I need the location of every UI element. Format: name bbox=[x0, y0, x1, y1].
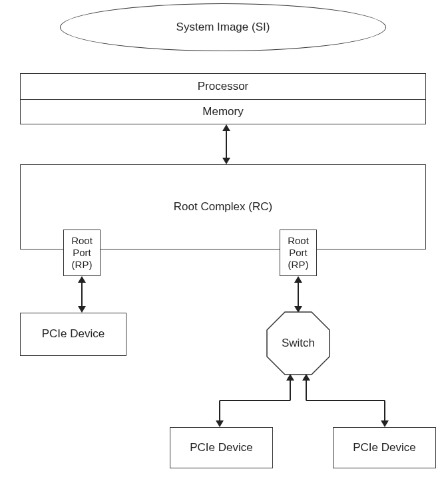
svg-marker-5 bbox=[78, 306, 86, 313]
svg-marker-1 bbox=[222, 124, 230, 131]
pcie-device-br-node: PCIe Device bbox=[333, 427, 436, 468]
root-complex-label: Root Complex (RC) bbox=[174, 200, 272, 214]
root-port-left-label: Root Port (RP) bbox=[71, 235, 93, 271]
pcie-device-br-label: PCIe Device bbox=[353, 441, 415, 454]
processor-node: Processor bbox=[20, 73, 426, 100]
system-image-label: System Image (SI) bbox=[176, 21, 270, 34]
memory-label: Memory bbox=[202, 105, 243, 118]
arrow-switch-pcie-bl bbox=[206, 374, 300, 427]
pcie-device-left-node: PCIe Device bbox=[20, 313, 126, 356]
root-port-left-node: Root Port (RP) bbox=[63, 230, 101, 276]
processor-label: Processor bbox=[198, 80, 249, 93]
pcie-device-left-label: PCIe Device bbox=[42, 327, 105, 341]
arrow-rpright-switch bbox=[292, 276, 305, 313]
diagram-stage: System Image (SI) Processor Memory Root … bbox=[0, 0, 448, 483]
pcie-device-bl-node: PCIe Device bbox=[170, 427, 273, 468]
memory-node: Memory bbox=[20, 99, 426, 124]
arrow-memory-rootcomplex bbox=[220, 124, 233, 164]
svg-marker-4 bbox=[78, 276, 86, 283]
arrow-rpleft-pcie bbox=[75, 276, 89, 313]
svg-marker-2 bbox=[222, 158, 230, 164]
svg-marker-19 bbox=[381, 420, 389, 427]
switch-node: Switch bbox=[266, 311, 330, 375]
root-port-right-node: Root Port (RP) bbox=[280, 230, 317, 276]
pcie-device-bl-label: PCIe Device bbox=[190, 441, 252, 454]
switch-label: Switch bbox=[282, 337, 315, 350]
system-image-node: System Image (SI) bbox=[60, 3, 386, 51]
svg-marker-7 bbox=[294, 276, 302, 283]
root-port-right-label: Root Port (RP) bbox=[288, 235, 309, 271]
arrow-switch-pcie-br bbox=[300, 374, 399, 427]
svg-marker-14 bbox=[216, 420, 224, 427]
